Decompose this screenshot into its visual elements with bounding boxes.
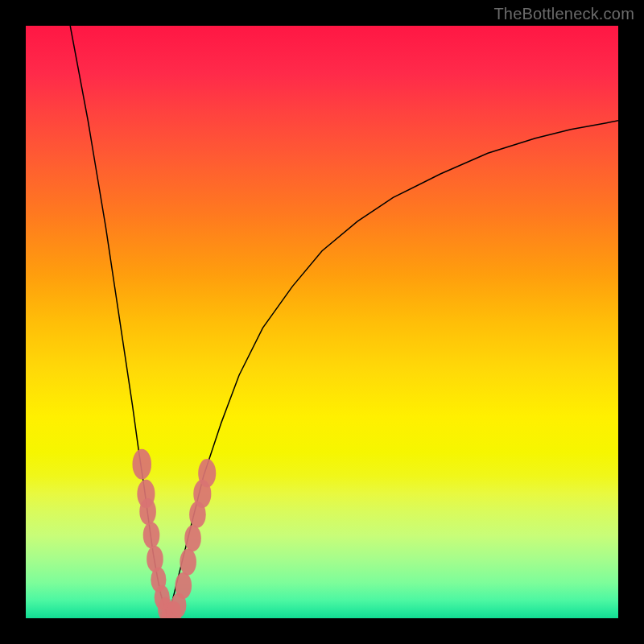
data-marker bbox=[132, 449, 151, 480]
chart-svg bbox=[26, 26, 618, 618]
data-marker bbox=[143, 522, 160, 548]
data-marker bbox=[198, 459, 216, 487]
watermark-text: TheBottleneck.com bbox=[493, 5, 634, 23]
data-marker bbox=[139, 498, 156, 525]
data-marker bbox=[180, 549, 196, 576]
data-marker bbox=[175, 572, 192, 599]
plot-area bbox=[26, 26, 618, 618]
data-marker bbox=[184, 525, 201, 551]
right-curve bbox=[168, 121, 618, 618]
chart-frame: TheBottleneck.com bbox=[0, 0, 644, 644]
